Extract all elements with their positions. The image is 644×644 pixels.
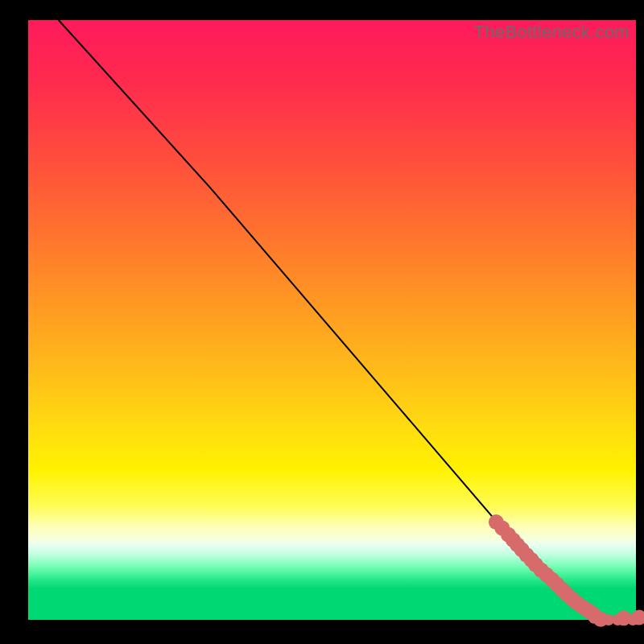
chart-overlay-svg xyxy=(28,20,636,620)
chart-curve xyxy=(59,20,636,620)
chart-frame: TheBottleneck.com xyxy=(0,0,644,644)
chart-scatter-group xyxy=(489,514,644,627)
chart-plot-area: TheBottleneck.com xyxy=(28,20,636,620)
